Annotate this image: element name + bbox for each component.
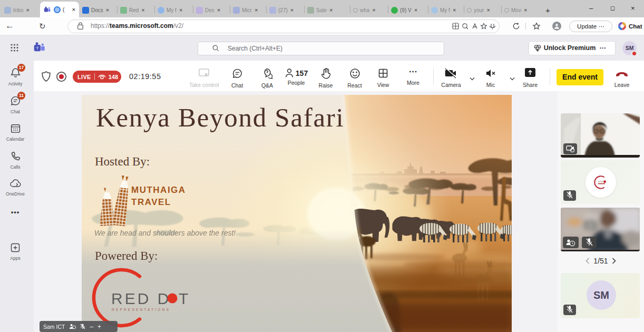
svg-text:REPRESENTATIONS: REPRESENTATIONS: [112, 308, 170, 311]
svg-text:T: T: [179, 290, 188, 307]
svg-text:T: T: [36, 46, 38, 51]
svg-text:RED D: RED D: [111, 290, 171, 307]
svg-text:TRAVEL: TRAVEL: [131, 197, 171, 207]
svg-text:MUTHAIGA: MUTHAIGA: [131, 185, 186, 195]
